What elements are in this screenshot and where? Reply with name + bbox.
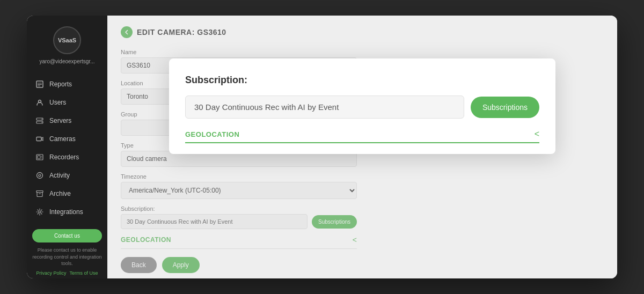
sidebar-item-users-label: Users: [49, 99, 66, 106]
modal-geolocation-label: GEOLOCATION: [185, 130, 239, 138]
modal-title: Subscription:: [185, 75, 539, 86]
svg-point-14: [37, 173, 43, 179]
modal-geolocation-row: GEOLOCATION <: [185, 129, 539, 143]
sidebar-logo: VSaaS yaro@videoexpertsgr...: [27, 16, 107, 72]
sidebar-item-archive[interactable]: Archive: [27, 185, 107, 203]
screen-wrapper: VSaaS yaro@videoexpertsgr... Reports: [27, 16, 617, 278]
terms-of-use-link[interactable]: Terms of Use: [70, 270, 98, 276]
sidebar-item-cameras-label: Cameras: [49, 135, 76, 143]
sidebar-links: Privacy Policy Terms of Use: [32, 270, 102, 276]
sidebar-item-activity-label: Activity: [49, 172, 70, 179]
svg-rect-16: [36, 191, 43, 193]
sidebar-note: Please contact us to enable recording co…: [32, 247, 102, 267]
modal-overlay: Subscription: Subscriptions GEOLOCATION …: [107, 16, 617, 278]
sidebar-item-integrations[interactable]: Integrations: [27, 203, 107, 221]
subscription-modal: Subscription: Subscriptions GEOLOCATION …: [169, 58, 555, 154]
svg-rect-9: [36, 137, 41, 141]
modal-subscription-row: Subscriptions: [185, 95, 539, 119]
svg-point-7: [41, 119, 42, 120]
modal-geolocation-chevron[interactable]: <: [535, 129, 539, 139]
sidebar-nav: Reports Users: [27, 72, 107, 224]
sidebar-item-servers-label: Servers: [49, 117, 71, 124]
integrations-icon: [35, 208, 44, 216]
sidebar-item-recorders[interactable]: Recorders: [27, 148, 107, 166]
sidebar-item-cameras[interactable]: Cameras: [27, 130, 107, 148]
logo-circle: VSaaS: [53, 26, 81, 54]
modal-subscriptions-button[interactable]: Subscriptions: [471, 97, 539, 118]
svg-point-8: [41, 122, 42, 123]
main-content: EDIT CAMERA: GS3610 Name Location Group …: [107, 16, 617, 278]
privacy-policy-link[interactable]: Privacy Policy: [36, 270, 66, 276]
users-icon: [35, 98, 44, 107]
sidebar-username: yaro@videoexpertsgr...: [40, 58, 95, 64]
sidebar-item-servers[interactable]: Servers: [27, 112, 107, 130]
sidebar-item-reports[interactable]: Reports: [27, 75, 107, 93]
sidebar-item-recorders-label: Recorders: [49, 153, 79, 161]
modal-subscription-input[interactable]: [185, 95, 464, 119]
svg-point-12: [41, 156, 42, 157]
activity-icon: [35, 171, 44, 180]
reports-icon: [35, 80, 44, 89]
archive-icon: [35, 189, 44, 198]
sidebar-item-reports-label: Reports: [49, 80, 72, 88]
svg-rect-11: [38, 156, 40, 159]
servers-icon: [35, 116, 44, 125]
copyright: 2022 Inc. | All Rights Reserved: [32, 278, 102, 278]
svg-point-13: [41, 158, 42, 159]
cameras-icon: [35, 135, 44, 143]
svg-point-18: [39, 211, 41, 213]
sidebar-bottom: Contact us Please contact us to enable r…: [27, 224, 107, 278]
contact-us-button[interactable]: Contact us: [32, 229, 102, 242]
sidebar-item-integrations-label: Integrations: [49, 208, 83, 216]
sidebar: VSaaS yaro@videoexpertsgr... Reports: [27, 16, 107, 278]
recorders-icon: [35, 153, 44, 161]
sidebar-item-archive-label: Archive: [49, 190, 71, 197]
sidebar-item-activity[interactable]: Activity: [27, 166, 107, 185]
sidebar-item-users[interactable]: Users: [27, 93, 107, 112]
svg-point-15: [39, 174, 41, 177]
